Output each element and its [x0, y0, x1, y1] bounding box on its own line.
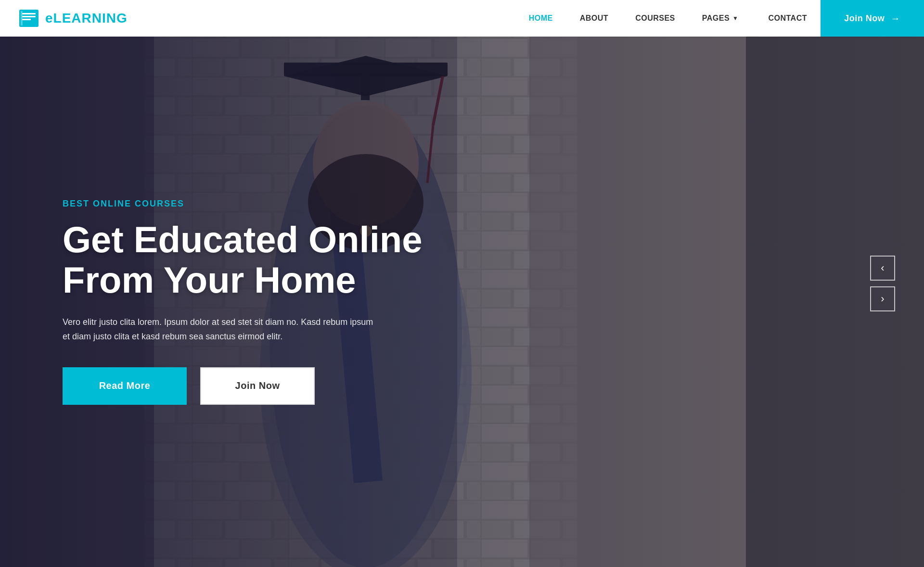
hero-description: Vero elitr justo clita lorem. Ipsum dolo…	[63, 315, 422, 344]
nav-item-courses[interactable]: COURSES	[622, 0, 689, 37]
hero-title: Get Educated Online From Your Home	[63, 219, 422, 300]
hero-section: BEST ONLINE COURSES Get Educated Online …	[0, 0, 924, 567]
read-more-button[interactable]: Read More	[63, 367, 187, 405]
nav-item-about[interactable]: ABOUT	[566, 0, 622, 37]
svg-rect-1	[22, 13, 36, 14]
nav-links: HOME ABOUT COURSES PAGES ▼ CONTACT	[515, 0, 821, 37]
hero-join-button[interactable]: Join Now	[200, 367, 315, 405]
navbar-right: HOME ABOUT COURSES PAGES ▼ CONTACT Join …	[515, 0, 924, 37]
logo-text: eLEARNING	[45, 11, 128, 26]
slider-prev-button[interactable]: ‹	[870, 256, 895, 281]
slider-next-button[interactable]: ›	[870, 286, 895, 311]
svg-rect-3	[22, 19, 31, 20]
chevron-down-icon: ▼	[732, 15, 738, 22]
nav-join-button[interactable]: Join Now →	[821, 0, 924, 37]
nav-item-home[interactable]: HOME	[515, 0, 566, 37]
hero-subtitle: BEST ONLINE COURSES	[63, 199, 422, 209]
nav-item-contact[interactable]: CONTACT	[755, 0, 821, 37]
svg-rect-2	[22, 16, 36, 17]
nav-item-pages[interactable]: PAGES ▼	[689, 0, 755, 37]
slider-controls: ‹ ›	[870, 256, 895, 311]
hero-content: BEST ONLINE COURSES Get Educated Online …	[0, 162, 422, 405]
brand: eLEARNING	[0, 10, 128, 27]
svg-rect-4	[21, 11, 23, 26]
arrow-right-icon: →	[890, 13, 900, 24]
book-icon	[19, 10, 38, 27]
navbar: eLEARNING HOME ABOUT COURSES PAGES ▼ CON…	[0, 0, 924, 37]
hero-buttons: Read More Join Now	[63, 367, 422, 405]
